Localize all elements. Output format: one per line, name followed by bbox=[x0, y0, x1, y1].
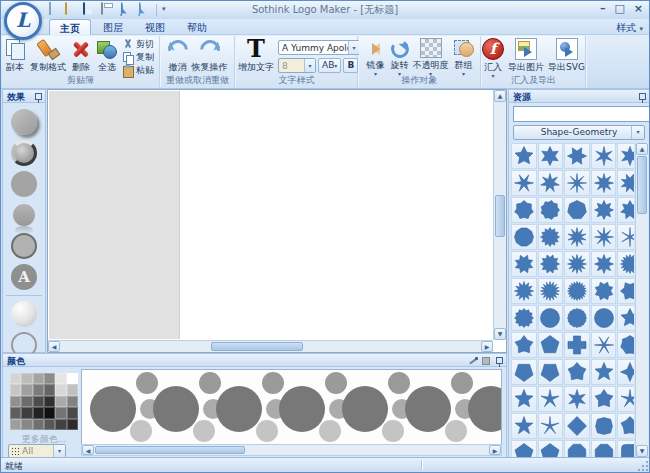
effect-glossy[interactable] bbox=[7, 299, 41, 329]
shape-item-34[interactable] bbox=[617, 305, 634, 331]
color-swatch-11[interactable] bbox=[67, 384, 78, 395]
copy-button[interactable]: 复制 bbox=[122, 52, 154, 63]
shape-item-47[interactable] bbox=[564, 386, 590, 412]
export-image-button[interactable]: 导出图片 bbox=[506, 37, 546, 77]
shape-item-56[interactable] bbox=[538, 440, 564, 457]
shape-item-12[interactable] bbox=[564, 197, 590, 223]
shape-item-41[interactable] bbox=[538, 359, 564, 385]
mirror-button[interactable]: 镜像 ▾ bbox=[363, 37, 389, 77]
scroll-up-button[interactable]: ▲ bbox=[636, 143, 648, 155]
scrollbar-thumb[interactable] bbox=[95, 446, 245, 454]
style-preview-3[interactable] bbox=[279, 370, 341, 442]
chevron-down-icon[interactable]: ▾ bbox=[348, 41, 359, 54]
resource-search-input[interactable] bbox=[513, 106, 650, 122]
shape-item-51[interactable] bbox=[538, 413, 564, 439]
shape-item-37[interactable] bbox=[564, 332, 590, 358]
shape-item-31[interactable] bbox=[538, 305, 564, 331]
shape-item-27[interactable] bbox=[564, 278, 590, 304]
color-swatch-29[interactable] bbox=[67, 419, 78, 430]
shape-item-3[interactable] bbox=[591, 143, 617, 169]
color-swatch-22[interactable] bbox=[55, 407, 66, 418]
canvas-vertical-scrollbar[interactable]: ▲ ▼ bbox=[493, 90, 506, 340]
shape-item-52[interactable] bbox=[564, 413, 590, 439]
shape-item-32[interactable] bbox=[564, 305, 590, 331]
shape-item-28[interactable] bbox=[591, 278, 617, 304]
save-button[interactable] bbox=[83, 3, 97, 16]
tab-视图[interactable]: 视图 bbox=[135, 19, 175, 35]
scroll-up-button[interactable]: ▲ bbox=[494, 90, 506, 102]
color-swatch-9[interactable] bbox=[44, 384, 55, 395]
scroll-right-button[interactable]: ▶ bbox=[481, 341, 493, 352]
scrollbar-thumb[interactable] bbox=[211, 342, 303, 351]
color-swatch-4[interactable] bbox=[55, 373, 66, 384]
shape-item-21[interactable] bbox=[538, 251, 564, 277]
shape-item-35[interactable] bbox=[511, 332, 537, 358]
scroll-left-button[interactable]: ◀ bbox=[48, 341, 60, 352]
shapes-scrollbar[interactable]: ▲ ▼ bbox=[635, 143, 648, 457]
color-swatch-1[interactable] bbox=[21, 373, 32, 384]
color-swatch-5[interactable] bbox=[67, 373, 78, 384]
pin-icon[interactable] bbox=[35, 93, 42, 100]
pin-icon[interactable] bbox=[496, 357, 503, 364]
shape-item-8[interactable] bbox=[591, 170, 617, 196]
shape-item-39[interactable] bbox=[617, 332, 634, 358]
rotate-button[interactable]: 旋转 ▾ bbox=[389, 37, 411, 77]
color-swatch-26[interactable] bbox=[33, 419, 44, 430]
resize-grip[interactable] bbox=[638, 461, 648, 471]
font-family-combo[interactable]: A Yummy Apology ▾ bbox=[278, 40, 360, 55]
style-preview-0[interactable] bbox=[90, 370, 152, 442]
color-swatch-2[interactable] bbox=[33, 373, 44, 384]
shape-item-30[interactable] bbox=[511, 305, 537, 331]
shape-item-15[interactable] bbox=[511, 224, 537, 250]
shape-item-11[interactable] bbox=[538, 197, 564, 223]
shape-category-combo[interactable]: Shape-Geometry ▾ bbox=[513, 125, 645, 140]
shape-item-24[interactable] bbox=[617, 251, 634, 277]
scroll-down-button[interactable]: ▼ bbox=[494, 328, 506, 340]
shape-item-43[interactable] bbox=[591, 359, 617, 385]
color-swatch-3[interactable] bbox=[44, 373, 55, 384]
shape-item-38[interactable] bbox=[591, 332, 617, 358]
shape-item-26[interactable] bbox=[538, 278, 564, 304]
import-button[interactable]: f 汇入 ▾ bbox=[480, 37, 506, 77]
color-swatch-13[interactable] bbox=[21, 396, 32, 407]
cut-button[interactable]: 剪切 bbox=[122, 39, 154, 50]
effect-reflection[interactable] bbox=[7, 200, 41, 230]
shape-item-17[interactable] bbox=[564, 224, 590, 250]
add-text-button[interactable]: T 增加文字 bbox=[236, 37, 276, 77]
shape-item-5[interactable] bbox=[511, 170, 537, 196]
copy-format-button[interactable]: 复制格式 bbox=[28, 37, 68, 77]
effect-shadow[interactable] bbox=[7, 107, 41, 137]
open-button[interactable] bbox=[65, 3, 79, 16]
color-swatch-7[interactable] bbox=[21, 384, 32, 395]
new-document-button[interactable] bbox=[47, 3, 61, 16]
tab-帮助[interactable]: 帮助 bbox=[177, 19, 217, 35]
shape-item-59[interactable] bbox=[617, 440, 634, 457]
select-all-button[interactable]: 全选 bbox=[94, 37, 120, 77]
maximize-button[interactable]: □ bbox=[614, 2, 624, 16]
style-menu-button[interactable]: 样式 ▾ bbox=[616, 21, 643, 35]
effect-letter[interactable]: A bbox=[7, 262, 41, 292]
shape-item-46[interactable] bbox=[538, 386, 564, 412]
color-swatch-24[interactable] bbox=[10, 419, 21, 430]
color-swatch-6[interactable] bbox=[10, 384, 21, 395]
shape-item-54[interactable] bbox=[617, 413, 634, 439]
quick-redo-button[interactable] bbox=[137, 3, 151, 16]
customize-toolbar-button[interactable]: ▾ bbox=[162, 3, 166, 16]
undo-button[interactable]: 撤消 bbox=[166, 37, 190, 77]
shape-item-6[interactable] bbox=[538, 170, 564, 196]
shape-item-29[interactable] bbox=[617, 278, 634, 304]
case-button[interactable]: AB▾ bbox=[318, 58, 341, 73]
style-preview-5[interactable] bbox=[405, 370, 467, 442]
opacity-button[interactable]: 不透明度 ▾ bbox=[411, 37, 451, 77]
bold-button[interactable]: B bbox=[343, 58, 358, 73]
scrollbar-thumb[interactable] bbox=[637, 156, 647, 214]
shape-item-33[interactable] bbox=[591, 305, 617, 331]
shape-item-19[interactable] bbox=[617, 224, 634, 250]
style-preview-2[interactable] bbox=[216, 370, 278, 442]
shape-item-10[interactable] bbox=[511, 197, 537, 223]
effect-outline[interactable] bbox=[7, 231, 41, 261]
shape-item-4[interactable] bbox=[617, 143, 634, 169]
scroll-left-button[interactable]: ◀ bbox=[82, 445, 94, 455]
effect-bevel[interactable] bbox=[7, 138, 41, 168]
shape-item-13[interactable] bbox=[591, 197, 617, 223]
